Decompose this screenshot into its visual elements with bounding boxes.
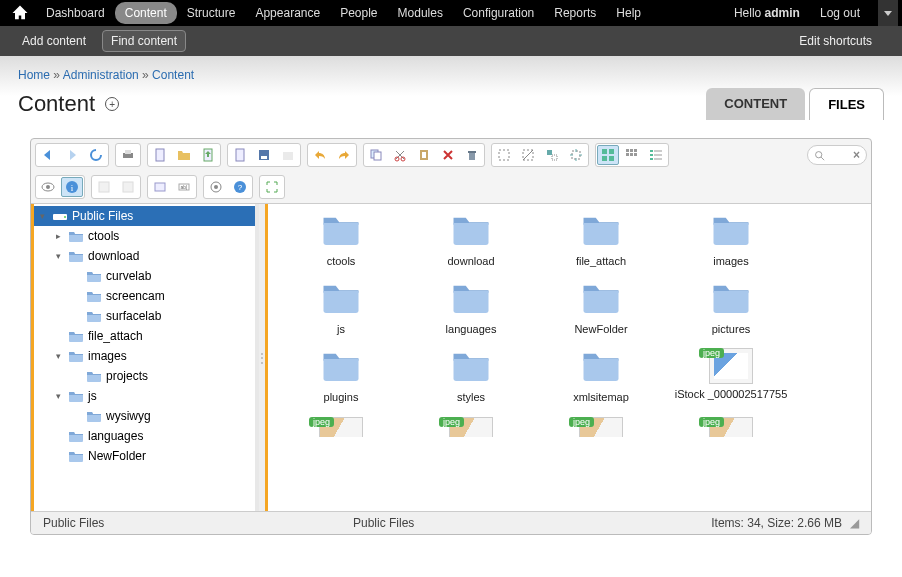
search-box[interactable]: × [807,145,867,165]
help-button[interactable]: ? [229,177,251,197]
reload-button[interactable] [85,145,107,165]
tree-item[interactable]: file_attach [34,326,255,346]
add-content-link[interactable]: Add content [14,31,94,51]
grid-folder[interactable]: ctools [276,212,406,268]
tree-root-item[interactable]: ▾ Public Files [34,206,255,226]
info-button[interactable]: i [61,177,83,197]
tree-item[interactable]: languages [34,426,255,446]
crop-button[interactable] [117,177,139,197]
grid-folder[interactable]: NewFolder [536,280,666,336]
tree-item[interactable]: NewFolder [34,446,255,466]
toggle-icon[interactable]: ▸ [52,231,64,241]
breadcrumb-content[interactable]: Content [152,68,194,82]
add-icon[interactable]: + [105,97,119,111]
grid-file[interactable]: jpeg [666,417,796,437]
folder-tree[interactable]: ▾ Public Files ▸ctools▾downloadcurvelabs… [31,204,259,511]
breadcrumb-admin[interactable]: Administration [63,68,139,82]
tree-item[interactable]: ▾download [34,246,255,266]
new-file-button[interactable] [149,145,171,165]
tree-item[interactable]: projects [34,366,255,386]
forward-button[interactable] [61,145,83,165]
grid-folder[interactable]: pictures [666,280,796,336]
svg-rect-4 [236,149,244,161]
delete-button[interactable] [437,145,459,165]
grid-folder[interactable]: download [406,212,536,268]
upload-button[interactable] [197,145,219,165]
grid-folder[interactable]: styles [406,348,536,404]
menu-configuration[interactable]: Configuration [453,2,544,24]
preview-button[interactable] [37,177,59,197]
cut-button[interactable] [389,145,411,165]
menu-appearance[interactable]: Appearance [245,2,330,24]
save-button[interactable] [253,145,275,165]
tree-item[interactable]: curvelab [34,266,255,286]
grid-file[interactable]: jpeg [406,417,536,437]
trash-button[interactable] [461,145,483,165]
resize-grip-icon[interactable]: ◢ [850,516,859,530]
print-button[interactable] [117,145,139,165]
search-input[interactable] [825,149,853,161]
copy-button[interactable] [365,145,387,165]
menu-help[interactable]: Help [606,2,651,24]
grid-folder[interactable]: images [666,212,796,268]
item-label: images [666,255,796,268]
redo-button[interactable] [333,145,355,165]
properties-button[interactable] [149,177,171,197]
tree-item[interactable]: ▸ctools [34,226,255,246]
tree-item[interactable]: ▾images [34,346,255,366]
toggle-icon[interactable]: ▾ [52,391,64,401]
archive-button[interactable] [277,145,299,165]
menu-structure[interactable]: Structure [177,2,246,24]
select-none-button[interactable] [517,145,539,165]
collapse-icon[interactable]: ▾ [36,211,48,221]
tree-item[interactable]: screencam [34,286,255,306]
grid-file[interactable]: jpeg [536,417,666,437]
tab-files[interactable]: FILES [809,88,884,120]
paste-button[interactable] [413,145,435,165]
menu-modules[interactable]: Modules [388,2,453,24]
home-icon[interactable] [10,3,30,23]
logout-link[interactable]: Log out [810,2,870,24]
grid-folder[interactable]: file_attach [536,212,666,268]
svg-rect-25 [609,156,614,161]
invert-selection-button[interactable] [541,145,563,165]
item-label: download [406,255,536,268]
menu-people[interactable]: People [330,2,387,24]
back-button[interactable] [37,145,59,165]
tree-item[interactable]: surfacelab [34,306,255,326]
view-list-button[interactable] [645,145,667,165]
view-small-icons-button[interactable] [621,145,643,165]
open-button[interactable] [229,145,251,165]
new-folder-button[interactable] [173,145,195,165]
svg-point-41 [46,185,50,189]
find-content-link[interactable]: Find content [102,30,186,52]
edit-shortcuts-link[interactable]: Edit shortcuts [791,31,880,51]
expand-selection-button[interactable] [565,145,587,165]
menu-content[interactable]: Content [115,2,177,24]
select-all-button[interactable] [493,145,515,165]
toggle-icon[interactable]: ▾ [52,351,64,361]
grid-file[interactable]: jpeg [276,417,406,437]
settings-button[interactable] [205,177,227,197]
tab-content[interactable]: CONTENT [706,88,805,120]
grid-folder[interactable]: languages [406,280,536,336]
folder-icon [68,349,84,363]
breadcrumb-home[interactable]: Home [18,68,50,82]
grid-file[interactable]: jpegiStock _000002517755 [666,348,796,404]
grid-folder[interactable]: js [276,280,406,336]
files-grid-pane[interactable]: ctoolsdownloadfile_attachimagesjslanguag… [265,204,871,511]
tree-item[interactable]: ▾js [34,386,255,406]
rename-button[interactable]: ab| [173,177,195,197]
menu-dashboard[interactable]: Dashboard [36,2,115,24]
tree-item[interactable]: wysiwyg [34,406,255,426]
fullscreen-button[interactable] [261,177,283,197]
menu-reports[interactable]: Reports [544,2,606,24]
view-large-icons-button[interactable] [597,145,619,165]
toggle-icon[interactable]: ▾ [52,251,64,261]
shortcuts-toggle-icon[interactable] [878,0,898,26]
grid-folder[interactable]: plugins [276,348,406,404]
image-edit-button[interactable] [93,177,115,197]
undo-button[interactable] [309,145,331,165]
grid-folder[interactable]: xmlsitemap [536,348,666,404]
search-clear-icon[interactable]: × [853,148,860,162]
